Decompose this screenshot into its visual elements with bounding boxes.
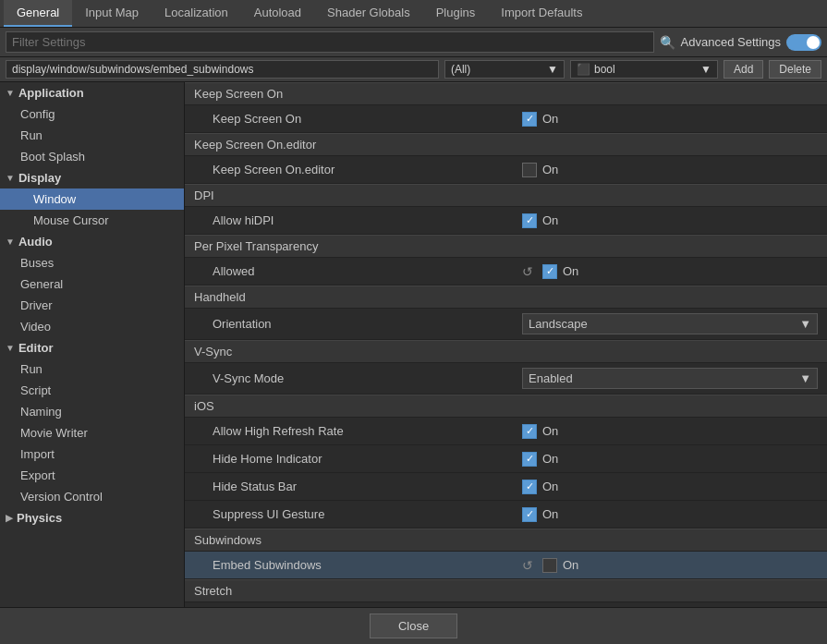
sidebar-item-label: Editor: [18, 341, 54, 355]
setting-label: Keep Screen On.editor: [213, 163, 522, 176]
sidebar-item-label: Mouse Cursor: [33, 213, 109, 227]
section-header: Stretch: [185, 579, 827, 602]
advanced-settings-toggle[interactable]: [786, 34, 821, 51]
type-dropdown[interactable]: ⬛ bool ▼: [570, 60, 718, 79]
setting-row: Keep Screen OnOn: [185, 105, 827, 133]
sidebar-item-application[interactable]: ▼Application: [0, 82, 184, 103]
section-header: Per Pixel Transparency: [185, 235, 827, 258]
sidebar-item-naming[interactable]: Naming: [0, 401, 184, 422]
sidebar-item-display[interactable]: ▼Display: [0, 167, 184, 188]
search-icon: 🔍: [660, 35, 675, 50]
sidebar-item-mouse-cursor[interactable]: Mouse Cursor: [0, 210, 184, 231]
main-area: ▼ApplicationConfigRunBoot Splash▼Display…: [0, 82, 827, 607]
path-display: display/window/subwindows/embed_subwindo…: [6, 60, 439, 79]
tab-input-map[interactable]: Input Map: [72, 0, 152, 27]
chevron-down-icon: ▼: [799, 317, 811, 331]
setting-label: Embed Subwindows: [213, 558, 522, 572]
setting-label: Allow hiDPI: [213, 213, 522, 227]
tab-shader-globals[interactable]: Shader Globals: [314, 0, 423, 27]
checkbox[interactable]: [522, 163, 537, 177]
value-text: On: [542, 213, 558, 227]
value-text: On: [563, 264, 578, 278]
chevron-down-icon: ▼: [799, 371, 811, 385]
sidebar-item-label: Movie Writer: [20, 426, 88, 440]
checkbox[interactable]: [542, 264, 557, 279]
close-button[interactable]: Close: [370, 614, 457, 638]
tab-localization[interactable]: Localization: [152, 0, 241, 27]
sidebar-item-physics[interactable]: ▶Physics: [0, 507, 184, 529]
setting-row: Embed Subwindows↺On: [185, 552, 827, 579]
sidebar-item-config[interactable]: Config: [0, 103, 184, 125]
reset-icon[interactable]: ↺: [522, 558, 533, 573]
path-bar: display/window/subwindows/embed_subwindo…: [0, 57, 827, 82]
sidebar-item-label: Version Control: [20, 490, 103, 504]
reset-icon[interactable]: ↺: [522, 264, 533, 279]
checkbox[interactable]: [522, 507, 537, 522]
checkbox[interactable]: [522, 452, 537, 467]
sidebar-item-window[interactable]: Window: [0, 188, 184, 210]
setting-value-area: ↺On: [522, 558, 818, 573]
setting-label: Suppress UI Gesture: [213, 507, 522, 521]
setting-value-area: ↺On: [522, 264, 818, 279]
type-icon: ⬛: [577, 63, 590, 76]
section-header: V-Sync: [185, 340, 827, 363]
setting-label: Allowed: [213, 264, 522, 278]
value-text: On: [542, 507, 558, 521]
sidebar-item-export[interactable]: Export: [0, 465, 184, 486]
sidebar-item-label: Run: [20, 128, 43, 142]
value-text: On: [542, 424, 558, 438]
value-text: On: [542, 112, 558, 126]
sidebar-item-label: Window: [33, 192, 76, 206]
setting-value-area: On: [522, 213, 818, 228]
setting-row: Suppress UI GestureOn: [185, 501, 827, 529]
dropdown[interactable]: Enabled▼: [522, 368, 818, 389]
section-header: Keep Screen On: [185, 82, 827, 105]
sidebar-item-run[interactable]: Run: [0, 125, 184, 146]
sidebar-item-editor[interactable]: ▼Editor: [0, 337, 184, 358]
sidebar-item-label: Boot Splash: [20, 150, 85, 164]
sidebar-item-label: General: [20, 277, 63, 291]
tab-import-defaults[interactable]: Import Defaults: [488, 0, 595, 27]
tab-general[interactable]: General: [4, 0, 72, 27]
sidebar-item-editor-run[interactable]: Run: [0, 358, 184, 380]
delete-button[interactable]: Delete: [769, 60, 821, 79]
sidebar-item-buses[interactable]: Buses: [0, 252, 184, 273]
sidebar-item-audio[interactable]: ▼Audio: [0, 231, 184, 252]
sidebar-item-video[interactable]: Video: [0, 316, 184, 337]
setting-value-area: On: [522, 480, 818, 494]
sidebar-item-import[interactable]: Import: [0, 444, 184, 465]
setting-label: Orientation: [213, 317, 522, 331]
add-button[interactable]: Add: [724, 60, 763, 79]
checkbox[interactable]: [522, 213, 537, 228]
dropdown-value: Landscape: [529, 317, 588, 331]
sidebar-item-boot-splash[interactable]: Boot Splash: [0, 146, 184, 167]
setting-label: V-Sync Mode: [213, 371, 522, 385]
tab-plugins[interactable]: Plugins: [423, 0, 489, 27]
value-text: On: [542, 163, 558, 176]
filter-dropdown[interactable]: (All) ▼: [444, 60, 565, 79]
sidebar-item-script[interactable]: Script: [0, 380, 184, 401]
filter-input[interactable]: [6, 31, 654, 53]
setting-value-area: On: [522, 424, 818, 439]
sidebar-item-driver[interactable]: Driver: [0, 295, 184, 316]
tab-bar: GeneralInput MapLocalizationAutoloadShad…: [0, 0, 827, 28]
sidebar-item-label: Run: [20, 362, 43, 376]
settings-panel: Keep Screen OnKeep Screen OnOnKeep Scree…: [185, 82, 827, 607]
setting-row: Hide Home IndicatorOn: [185, 445, 827, 473]
sidebar-item-version-control[interactable]: Version Control: [0, 486, 184, 507]
checkbox[interactable]: [522, 424, 537, 439]
setting-row: Allow hiDPIOn: [185, 207, 827, 235]
checkbox[interactable]: [522, 112, 537, 127]
checkbox[interactable]: [542, 558, 557, 573]
checkbox[interactable]: [522, 480, 537, 494]
setting-row: OrientationLandscape▼: [185, 309, 827, 340]
triangle-icon: ▼: [6, 88, 15, 98]
setting-value-area: Enabled▼: [522, 368, 818, 389]
section-header: Subwindows: [185, 529, 827, 552]
sidebar-item-movie-writer[interactable]: Movie Writer: [0, 422, 184, 444]
sidebar-item-audio-general[interactable]: General: [0, 273, 184, 295]
bottom-bar: Close: [0, 607, 827, 644]
tab-autoload[interactable]: Autoload: [241, 0, 314, 27]
sidebar-item-label: Video: [20, 320, 51, 334]
dropdown[interactable]: Landscape▼: [522, 313, 818, 334]
